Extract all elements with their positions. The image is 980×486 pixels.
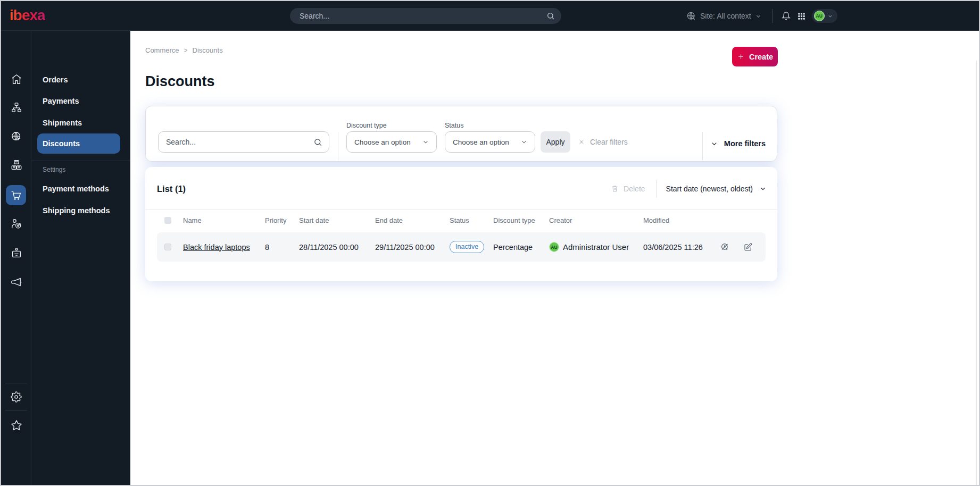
discount-name-link[interactable]: Black friday laptops xyxy=(183,243,265,252)
app-switcher-grid-icon[interactable] xyxy=(798,12,805,20)
list-header-divider xyxy=(656,180,657,198)
submenu-item-shipments[interactable]: Shipments xyxy=(43,119,82,127)
column-header-start-date: Start date xyxy=(299,216,375,224)
filter-divider xyxy=(702,132,703,160)
notifications-bell-icon[interactable] xyxy=(782,11,791,21)
search-icon[interactable] xyxy=(546,12,555,20)
site-context-selector[interactable]: Site: All context xyxy=(686,11,762,21)
site-context-label: Site: All context xyxy=(700,12,751,20)
rail-divider xyxy=(5,410,27,410)
column-header-end-date: End date xyxy=(375,216,450,224)
table-row[interactable]: Black friday laptops 8 28/11/2025 00:00 … xyxy=(157,232,766,262)
user-menu[interactable]: AU xyxy=(812,9,837,23)
content-tree-icon xyxy=(11,102,22,113)
row-actions xyxy=(713,242,766,252)
column-header-name: Name xyxy=(183,216,265,224)
site-context-globe-icon xyxy=(686,11,696,21)
ibexa-logo: ibexa xyxy=(10,7,45,24)
submenu-divider xyxy=(31,161,130,161)
submenu-section-settings: Settings xyxy=(43,166,65,173)
nav-marketing[interactable] xyxy=(1,276,31,288)
nav-products[interactable] xyxy=(1,159,31,171)
target-audience-icon xyxy=(11,218,22,230)
column-header-status: Status xyxy=(450,216,493,224)
nav-audience[interactable] xyxy=(1,218,31,230)
creator-name: Administrator User xyxy=(563,242,629,252)
home-icon xyxy=(11,73,22,85)
nav-content-tree[interactable] xyxy=(1,102,31,113)
chevron-down-icon xyxy=(710,140,718,148)
rail-divider xyxy=(5,383,27,383)
submenu-item-orders[interactable]: Orders xyxy=(43,76,68,84)
status-filter-group: Status Choose an option xyxy=(445,122,535,153)
modified-cell: 03/06/2025 11:26 xyxy=(643,243,713,252)
delete-button[interactable]: Delete xyxy=(611,185,645,193)
topbar-right: Site: All context AU xyxy=(686,1,837,31)
column-header-creator: Creator xyxy=(549,216,643,224)
submenu-item-payment-methods[interactable]: Payment methods xyxy=(43,185,109,193)
breadcrumb-commerce[interactable]: Commerce xyxy=(145,46,179,54)
start-date-cell: 28/11/2025 00:00 xyxy=(299,243,375,252)
column-header-priority: Priority xyxy=(265,216,299,224)
scrollbar-track[interactable] xyxy=(976,61,977,485)
more-filters-button[interactable]: More filters xyxy=(710,133,766,154)
global-search-input[interactable] xyxy=(300,12,546,20)
list-header-actions: Delete Start date (newest, oldest) xyxy=(611,180,767,198)
nav-admin-settings[interactable] xyxy=(1,391,31,403)
commerce-submenu: Orders Payments Shipments Discounts Sett… xyxy=(31,31,130,485)
row-checkbox[interactable] xyxy=(164,244,171,250)
chevron-down-icon xyxy=(827,13,833,19)
breadcrumb-separator: > xyxy=(184,47,188,54)
end-date-cell: 29/11/2025 00:00 xyxy=(375,243,450,252)
discount-type-select[interactable]: Choose an option xyxy=(346,131,437,153)
status-label: Status xyxy=(445,122,535,129)
creator-cell: AU Administrator User xyxy=(549,242,643,252)
chevron-down-icon xyxy=(759,185,767,192)
filter-search[interactable] xyxy=(158,131,329,153)
id-badge-icon xyxy=(11,247,22,259)
filters-panel: Discount type Choose an option Status Ch… xyxy=(145,106,777,162)
nav-bookmarks[interactable] xyxy=(1,420,31,431)
status-select[interactable]: Choose an option xyxy=(445,131,535,153)
sort-selector[interactable]: Start date (newest, oldest) xyxy=(666,185,767,193)
submenu-item-discounts-active[interactable]: Discounts xyxy=(37,133,120,154)
topbar: ibexa Site: All context xyxy=(1,1,979,31)
preview-disabled-icon[interactable] xyxy=(720,242,730,252)
list-title: List (1) xyxy=(157,184,186,194)
create-button[interactable]: Create xyxy=(732,47,778,66)
discounts-list-panel: List (1) Delete Start date (newest, olde… xyxy=(145,167,777,281)
column-header-discount-type: Discount type xyxy=(493,216,549,224)
breadcrumb-discounts[interactable]: Discounts xyxy=(193,46,223,54)
commerce-cart-icon xyxy=(10,189,22,201)
page-title: Discounts xyxy=(145,73,215,90)
main-content: Commerce > Discounts Create Discounts Di… xyxy=(130,31,979,485)
global-search[interactable] xyxy=(290,8,561,24)
edit-icon[interactable] xyxy=(743,242,753,252)
discount-type-label: Discount type xyxy=(346,122,437,129)
submenu-item-payments[interactable]: Payments xyxy=(43,97,79,105)
nav-customers[interactable] xyxy=(1,247,31,259)
megaphone-icon xyxy=(10,276,22,288)
discount-type-cell: Percentage xyxy=(493,243,549,252)
search-icon[interactable] xyxy=(313,138,322,147)
user-avatar[interactable]: AU xyxy=(814,11,825,21)
trash-icon xyxy=(611,185,619,193)
table-header-row: Name Priority Start date End date Status… xyxy=(157,210,766,231)
main-nav-rail xyxy=(1,31,31,485)
apply-button[interactable]: Apply xyxy=(541,131,570,153)
nav-site[interactable] xyxy=(1,131,31,143)
select-all-checkbox[interactable] xyxy=(164,217,171,224)
app-window: ibexa Site: All context xyxy=(0,0,980,486)
chevron-down-icon xyxy=(755,13,762,20)
clear-filters-button[interactable]: Clear filters xyxy=(578,131,628,153)
site-globe-icon xyxy=(11,131,22,143)
discount-type-filter-group: Discount type Choose an option xyxy=(346,122,437,153)
gear-icon xyxy=(11,391,22,403)
column-header-modified: Modified xyxy=(643,216,713,224)
nav-home[interactable] xyxy=(1,73,31,85)
submenu-item-shipping-methods[interactable]: Shipping methods xyxy=(43,206,110,215)
star-icon xyxy=(11,420,22,431)
filter-search-input[interactable] xyxy=(166,138,313,146)
nav-commerce-active[interactable] xyxy=(6,185,26,205)
chevron-down-icon xyxy=(422,138,429,146)
